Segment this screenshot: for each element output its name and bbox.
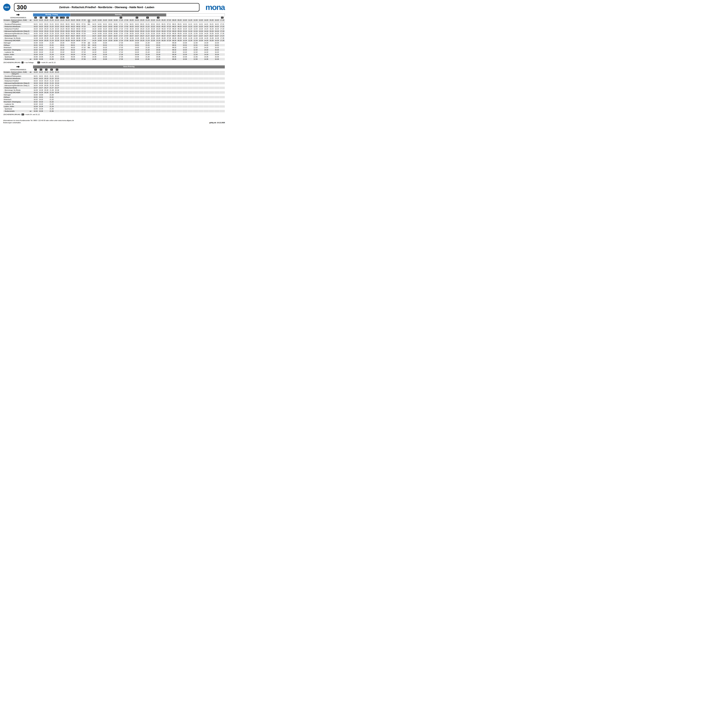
time-cell: 14.32 xyxy=(92,51,97,53)
timetable-row: - Rottachstr./Breite18.2719.2720.2721.27… xyxy=(3,35,225,37)
time-cell xyxy=(81,105,86,108)
time-cell: 14.59 xyxy=(97,39,102,42)
time-cell xyxy=(60,110,65,112)
verkehrshinweis-cell xyxy=(97,69,102,71)
time-cell xyxy=(54,101,60,103)
time-cell xyxy=(44,46,49,49)
time-cell xyxy=(166,42,171,44)
time-cell: 08.36 xyxy=(172,58,177,60)
time-cell: 10.35 xyxy=(182,56,188,58)
time-cell xyxy=(145,82,150,84)
time-cell: 08.20 xyxy=(172,19,177,23)
time-cell xyxy=(135,108,140,110)
time-cell: 23.32 xyxy=(156,46,161,49)
time-cell: 19.36 xyxy=(38,110,44,112)
stop-name-cell: - Adenauerring/Nordbrücke (Steig 6) xyxy=(3,30,33,32)
verkehrshinweis-row: VERKEHRSHINWEISHSHSHSHSHS xyxy=(3,69,225,71)
time-cell xyxy=(65,98,70,101)
time-cell: 15.25 xyxy=(209,32,214,35)
time-cell: alle 30 xyxy=(86,19,92,23)
time-cell xyxy=(209,49,214,51)
time-cell xyxy=(150,98,156,101)
time-cell: 21.24 xyxy=(49,30,54,32)
time-cell xyxy=(113,44,118,46)
time-cell: 23.20 xyxy=(156,19,161,23)
time-cell xyxy=(140,49,145,51)
time-cell xyxy=(193,105,198,108)
time-cell: 21.30 xyxy=(49,42,54,44)
time-cell xyxy=(145,110,150,112)
time-cell xyxy=(198,82,203,84)
time-cell xyxy=(214,89,220,91)
time-cell xyxy=(209,42,214,44)
time-cell xyxy=(44,51,49,53)
time-cell: 23.21 xyxy=(60,23,65,25)
time-cell xyxy=(70,105,76,108)
time-cell xyxy=(166,53,171,56)
time-cell xyxy=(150,110,156,112)
time-cell xyxy=(113,56,118,58)
hs-marker: HS xyxy=(62,17,65,18)
time-cell: 19.25 xyxy=(38,84,44,87)
time-cell: 17.22 xyxy=(220,25,225,28)
time-cell: 07.32 xyxy=(81,46,86,49)
time-cell xyxy=(204,87,209,89)
time-cell xyxy=(156,89,161,91)
time-cell xyxy=(193,87,198,89)
time-cell xyxy=(76,89,81,91)
time-cell xyxy=(161,93,166,96)
time-cell: 15.27 xyxy=(102,35,108,37)
time-cell xyxy=(118,98,124,101)
time-cell xyxy=(166,75,171,77)
stop-name-cell: Hinterbach xyxy=(3,46,33,49)
time-cell: 20.25 xyxy=(44,32,49,35)
time-cell xyxy=(140,91,145,93)
timetable-row: Zollhaus18.3119.3121.31 xyxy=(3,96,225,98)
verkehrshinweis-cell xyxy=(92,69,97,71)
verkehrshinweis-cell xyxy=(140,69,145,71)
time-cell xyxy=(92,91,97,93)
time-cell xyxy=(65,89,70,91)
time-cell xyxy=(161,58,166,60)
time-cell xyxy=(214,75,220,77)
verkehrshinweis-cell xyxy=(140,17,145,19)
time-cell xyxy=(209,51,214,53)
time-cell: 17.32 xyxy=(118,51,124,53)
time-cell xyxy=(70,77,76,80)
verkehrshinweis-cell xyxy=(209,17,214,19)
time-cell: 06.50 xyxy=(76,19,81,23)
time-cell xyxy=(166,103,171,105)
time-cell xyxy=(145,103,150,105)
stop-name-cell: - Residenz/Pfeilergraben xyxy=(3,75,33,77)
verkehrshinweis-cell xyxy=(113,17,118,19)
time-cell xyxy=(156,87,161,89)
time-cell: 00.24 xyxy=(65,30,70,32)
time-cell xyxy=(209,77,214,80)
hs-marker: HS xyxy=(120,17,122,18)
time-cell: 18.23 xyxy=(33,28,38,30)
time-cell: 14.20 xyxy=(92,19,97,23)
time-cell: 07.21 xyxy=(166,23,171,25)
time-cell xyxy=(214,84,220,87)
time-cell: 18.21 xyxy=(129,23,134,25)
time-cell xyxy=(204,80,209,82)
time-cell xyxy=(102,71,108,75)
time-cell xyxy=(177,110,182,112)
time-cell: 19.28 xyxy=(135,37,140,39)
time-cell xyxy=(124,71,129,75)
time-cell xyxy=(177,91,182,93)
time-cell: 11.21 xyxy=(188,23,193,25)
time-cell: 11.29 xyxy=(188,39,193,42)
time-cell xyxy=(150,49,156,51)
time-cell: 06.32 xyxy=(70,49,76,51)
time-cell xyxy=(129,56,134,58)
time-cell xyxy=(145,105,150,108)
time-cell: 18.22 xyxy=(33,77,38,80)
time-cell xyxy=(140,44,145,46)
time-cell xyxy=(113,87,118,89)
time-cell: 17.32 xyxy=(118,46,124,49)
time-cell: 18.23 xyxy=(33,80,38,82)
time-cell xyxy=(198,46,203,49)
time-cell xyxy=(172,89,177,91)
time-cell xyxy=(44,103,49,105)
